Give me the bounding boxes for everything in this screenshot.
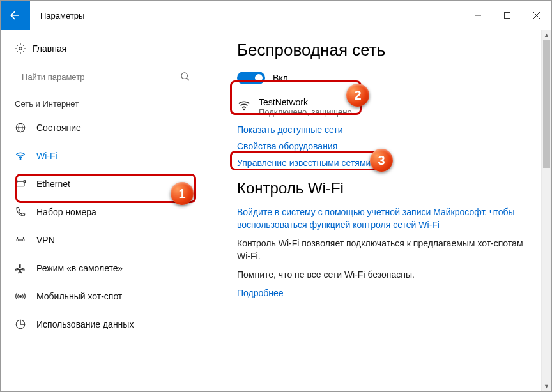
svg-point-4: [19, 47, 22, 50]
home-label: Главная: [33, 43, 66, 54]
nav-airplane[interactable]: Режим «в самолете»: [1, 254, 211, 282]
link-show-networks[interactable]: Показать доступные сети: [237, 124, 532, 135]
nav-label: VPN: [36, 235, 55, 245]
svg-point-10: [20, 159, 21, 160]
scrollbar[interactable]: ▲ ▼: [541, 30, 551, 391]
network-name: TestNetwork: [259, 97, 352, 107]
nav-status[interactable]: Состояние: [1, 114, 211, 142]
link-hardware-props[interactable]: Свойства оборудования: [237, 141, 532, 151]
nav-hotspot[interactable]: Мобильный хот-спот: [1, 282, 211, 310]
main-content: Беспроводная сеть Вкл. TestNetwork Подкл…: [211, 30, 551, 385]
data-usage-icon: [15, 319, 36, 330]
minimize-button[interactable]: [463, 1, 493, 30]
svg-rect-11: [17, 181, 24, 186]
back-button[interactable]: [1, 1, 30, 30]
wifi-icon: [15, 150, 36, 162]
svg-point-14: [17, 239, 19, 241]
toggle-label: Вкл.: [273, 73, 291, 83]
scroll-up-icon[interactable]: ▲: [542, 30, 551, 40]
nav-label: Мобильный хот-спот: [36, 291, 122, 301]
link-more-info[interactable]: Подробнее: [237, 288, 532, 298]
svg-point-15: [22, 239, 24, 241]
svg-point-5: [181, 73, 187, 79]
nav-data-usage[interactable]: Использование данных: [1, 310, 211, 338]
nav-label: Wi-Fi: [36, 151, 57, 161]
window-title: Параметры: [30, 1, 84, 30]
scroll-down-icon[interactable]: ▼: [542, 381, 551, 391]
nav-dialup[interactable]: Набор номера: [1, 198, 211, 226]
nav-label: Использование данных: [36, 319, 134, 329]
search-input[interactable]: [15, 66, 197, 87]
nav-label: Набор номера: [36, 207, 96, 217]
phone-icon: [15, 206, 36, 218]
svg-point-19: [243, 109, 245, 110]
svg-line-6: [187, 78, 189, 80]
wifi-toggle[interactable]: [237, 72, 265, 84]
nav-label: Режим «в самолете»: [36, 263, 123, 273]
link-signin[interactable]: Войдите в систему с помощью учетной запи…: [237, 206, 532, 231]
nav-vpn[interactable]: VPN: [1, 226, 211, 254]
heading-wifi-sense: Контроль Wi-Fi: [237, 179, 532, 197]
svg-rect-1: [505, 13, 510, 19]
nav-ethernet[interactable]: Ethernet: [1, 170, 211, 198]
link-manage-networks[interactable]: Управление известными сетями: [237, 158, 532, 168]
vpn-icon: [15, 234, 36, 246]
sidebar-home[interactable]: Главная: [1, 38, 211, 59]
svg-point-17: [20, 296, 22, 298]
heading-wireless: Беспроводная сеть: [237, 40, 532, 60]
sidebar: Главная Сеть и Интернет Состояние Wi-Fi …: [1, 30, 211, 385]
gear-icon: [15, 43, 33, 54]
nav-label: Ethernet: [36, 179, 70, 189]
ethernet-icon: [15, 178, 36, 190]
body-text-1: Контроль Wi-Fi позволяет подключаться к …: [237, 237, 532, 262]
scroll-thumb[interactable]: [543, 40, 550, 168]
hotspot-icon: [15, 290, 36, 302]
globe-icon: [15, 122, 36, 133]
connected-network[interactable]: TestNetwork Подключено, защищено: [237, 97, 532, 117]
nav-label: Состояние: [36, 123, 81, 133]
body-text-2: Помните, что не все сети Wi-Fi безопасны…: [237, 269, 532, 282]
titlebar: Параметры: [1, 1, 551, 30]
maximize-button[interactable]: [493, 1, 522, 30]
wifi-icon: [237, 97, 259, 112]
nav-wifi[interactable]: Wi-Fi: [1, 142, 211, 170]
section-label: Сеть и Интернет: [1, 99, 211, 114]
close-button[interactable]: [522, 1, 551, 30]
network-status: Подключено, защищено: [259, 107, 352, 117]
airplane-icon: [15, 262, 36, 274]
search-icon: [180, 72, 190, 82]
